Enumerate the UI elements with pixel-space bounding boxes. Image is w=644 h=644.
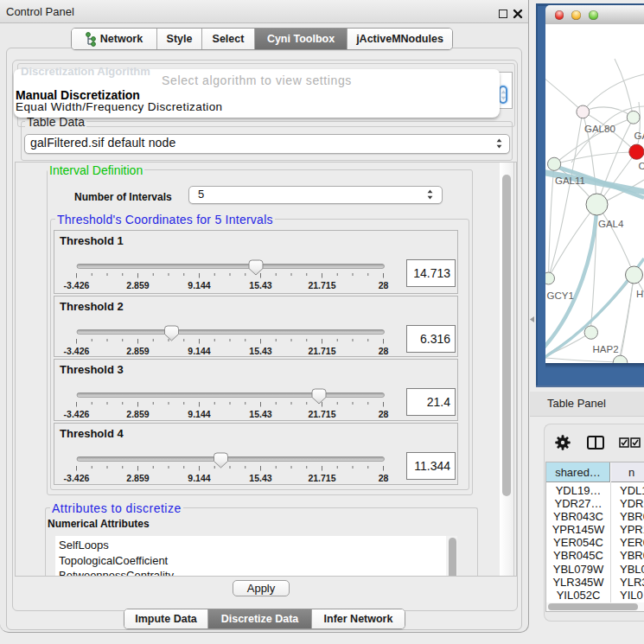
svg-text:GAL80: GAL80 xyxy=(584,124,615,134)
svg-text:2.859: 2.859 xyxy=(126,409,149,419)
svg-text:-3.426: -3.426 xyxy=(64,346,90,356)
svg-text:GA: GA xyxy=(634,131,644,141)
svg-text:GAL4: GAL4 xyxy=(598,219,624,229)
svg-text:GAL11: GAL11 xyxy=(555,175,585,186)
svg-text:-3.426: -3.426 xyxy=(64,280,90,290)
svg-text:-3.426: -3.426 xyxy=(64,409,90,419)
svg-text:H: H xyxy=(636,289,643,299)
svg-text:21.715: 21.715 xyxy=(308,473,335,483)
svg-text:9.144: 9.144 xyxy=(188,473,210,483)
svg-text:C: C xyxy=(639,161,644,171)
svg-text:HAP2: HAP2 xyxy=(593,344,619,354)
svg-text:28: 28 xyxy=(379,473,389,483)
svg-text:15.43: 15.43 xyxy=(249,280,271,290)
svg-text:15.43: 15.43 xyxy=(249,409,271,419)
svg-text:9.144: 9.144 xyxy=(188,409,210,419)
svg-text:21.715: 21.715 xyxy=(308,346,335,356)
svg-text:21.715: 21.715 xyxy=(308,280,335,290)
svg-text:9.144: 9.144 xyxy=(188,280,210,290)
svg-text:GCY1: GCY1 xyxy=(547,290,574,301)
svg-text:15.43: 15.43 xyxy=(249,346,271,356)
svg-text:2.859: 2.859 xyxy=(126,346,149,356)
svg-text:28: 28 xyxy=(379,280,389,290)
svg-text:28: 28 xyxy=(379,346,389,356)
svg-text:2.859: 2.859 xyxy=(126,473,149,483)
svg-text:-3.426: -3.426 xyxy=(64,473,90,483)
svg-text:15.43: 15.43 xyxy=(249,473,271,483)
svg-text:21.715: 21.715 xyxy=(308,409,335,419)
svg-text:28: 28 xyxy=(379,409,389,419)
svg-text:2.859: 2.859 xyxy=(126,280,149,290)
svg-text:9.144: 9.144 xyxy=(188,346,210,356)
